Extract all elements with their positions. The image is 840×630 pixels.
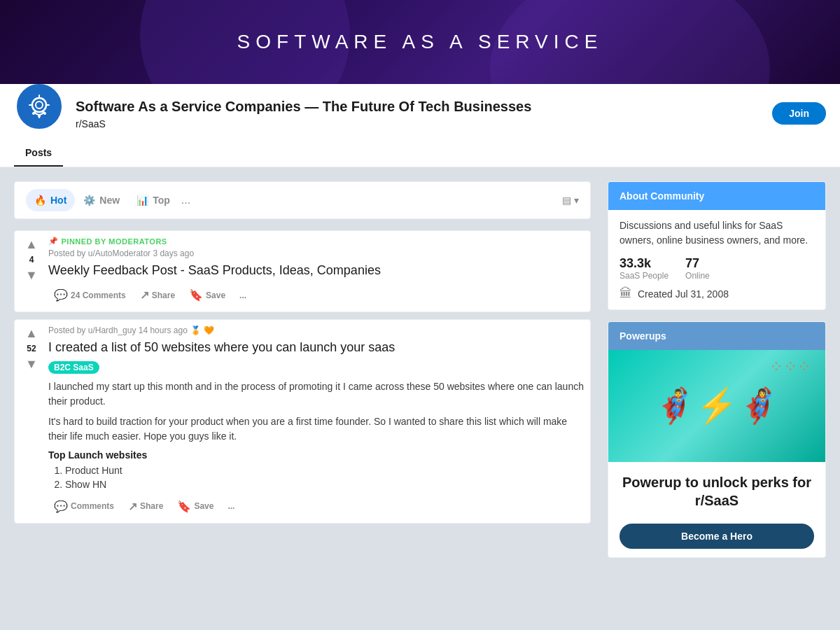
post-meta: Posted by u/AutoModerator 3 days ago — [48, 248, 584, 258]
main-post-title[interactable]: I created a list of 50 websites where yo… — [48, 340, 584, 356]
post-paragraph-2: It's hard to build traction for your pro… — [48, 414, 584, 444]
community-subreddit: r/SaaS — [76, 118, 772, 130]
sort-top-button[interactable]: 📊 Top — [128, 189, 178, 211]
vote-column: ▲ 4 ▼ — [20, 237, 43, 306]
tab-posts[interactable]: Posts — [14, 140, 63, 167]
created-row: 🏛 Created Jul 31, 2008 — [620, 286, 814, 301]
downvote-button[interactable]: ▼ — [24, 267, 39, 283]
powerup-title: Powerup to unlock perks for r/SaaS — [620, 473, 814, 510]
more-button[interactable]: ... — [234, 286, 252, 304]
sort-bar: 🔥 Hot ⚙️ New 📊 Top ... ▤ ▾ — [14, 181, 591, 219]
svg-point-6 — [32, 112, 35, 115]
main-more-button[interactable]: ... — [222, 497, 240, 515]
main-share-button[interactable]: ↗ Share — [122, 496, 169, 517]
main-post-card: ▲ 52 ▼ Posted by u/Hardh_guy 14 hours ag… — [14, 319, 591, 523]
main-post-meta: Posted by u/Hardh_guy 14 hours ago 🏅 🧡 — [48, 326, 584, 335]
members-label: SaaS People — [620, 271, 668, 281]
sort-new-button[interactable]: ⚙️ New — [75, 189, 128, 211]
share-icon: ↗ — [140, 288, 149, 302]
stats-row: 33.3k SaaS People 77 Online — [620, 256, 814, 281]
feed-column: 🔥 Hot ⚙️ New 📊 Top ... ▤ ▾ ▲ 4 ▼ — [14, 181, 591, 569]
main-post-body: Posted by u/Hardh_guy 14 hours ago 🏅 🧡 I… — [48, 326, 584, 517]
award-icon-2: 🧡 — [204, 326, 214, 335]
post-list-title: Top Launch websites — [48, 449, 584, 461]
comments-button[interactable]: 💬 24 Comments — [48, 284, 132, 306]
powerups-image: 🦸‍♂️⚡🦸‍♀️ ⁘⁘⁘ — [608, 350, 825, 462]
svg-point-0 — [32, 98, 46, 112]
nav-tabs: Posts — [14, 140, 826, 167]
about-community-header: About Community — [608, 182, 825, 210]
share-button[interactable]: ↗ Share — [134, 284, 181, 306]
save-icon: 🔖 — [189, 288, 203, 302]
online-label: Online — [685, 271, 710, 281]
post-body: 📌 PINNED BY MODERATORS Posted by u/AutoM… — [48, 237, 584, 306]
main-comments-icon: 💬 — [54, 500, 68, 513]
created-date: Created Jul 31, 2008 — [638, 288, 729, 300]
post-paragraph-1: I launched my start up this month and in… — [48, 379, 584, 409]
top-icon: 📊 — [136, 195, 148, 206]
post-list: Product Hunt Show HN — [65, 465, 584, 490]
award-icon-1: 🏅 — [190, 326, 201, 335]
community-header: Software As a Service Companies — The Fu… — [0, 84, 840, 167]
sort-more[interactable]: ... — [181, 194, 190, 206]
community-info: Software As a Service Companies — The Fu… — [76, 97, 772, 130]
members-count: 33.3k — [620, 256, 668, 271]
community-description: Discussions and useful links for SaaS ow… — [620, 218, 814, 248]
pinned-post-title[interactable]: Weekly Feedback Post - SaaS Products, Id… — [48, 262, 584, 279]
about-community-body: Discussions and useful links for SaaS ow… — [608, 210, 825, 309]
main-comments-button[interactable]: 💬 Comments — [48, 496, 120, 517]
svg-point-1 — [36, 102, 43, 108]
pinned-post-card: ▲ 4 ▼ 📌 PINNED BY MODERATORS Posted by u… — [14, 230, 591, 312]
pinned-badge: 📌 PINNED BY MODERATORS — [48, 237, 584, 246]
join-button[interactable]: Join — [772, 102, 826, 125]
online-count: 77 — [685, 256, 710, 271]
powerups-header: Powerups — [608, 322, 825, 350]
powerups-image-content: 🦸‍♂️⚡🦸‍♀️ — [654, 386, 780, 426]
hot-icon: 🔥 — [34, 195, 46, 206]
svg-point-8 — [38, 115, 41, 118]
main-post-actions: 💬 Comments ↗ Share 🔖 Save ... — [48, 496, 584, 517]
powerups-card: Powerups 🦸‍♂️⚡🦸‍♀️ ⁘⁘⁘ Powerup to unlock… — [608, 321, 826, 558]
banner: SOFTWARE AS A SERVICE — [0, 0, 840, 84]
post-flair: B2C SaaS — [48, 361, 99, 374]
online-stat: 77 Online — [685, 256, 710, 281]
list-item: Show HN — [65, 479, 584, 490]
powerup-characters: 🦸‍♂️⚡🦸‍♀️ — [654, 386, 780, 426]
post-vote-count: 52 — [27, 344, 36, 354]
post-downvote-button[interactable]: ▼ — [24, 356, 39, 372]
save-button[interactable]: 🔖 Save — [183, 284, 231, 306]
main-save-icon: 🔖 — [177, 500, 191, 513]
vote-count: 4 — [29, 255, 34, 265]
view-toggle[interactable]: ▤ ▾ — [562, 195, 579, 206]
main-share-icon: ↗ — [128, 500, 137, 513]
post-vote-column: ▲ 52 ▼ — [20, 326, 43, 517]
calendar-icon: 🏛 — [620, 286, 632, 301]
main-save-button[interactable]: 🔖 Save — [172, 496, 219, 517]
about-community-card: About Community Discussions and useful l… — [608, 181, 826, 310]
sidebar: About Community Discussions and useful l… — [608, 181, 826, 569]
community-title: Software As a Service Companies — The Fu… — [76, 97, 772, 115]
svg-point-7 — [43, 112, 46, 115]
community-avatar — [14, 81, 64, 132]
become-hero-button[interactable]: Become a Hero — [620, 524, 814, 549]
post-actions: 💬 24 Comments ↗ Share 🔖 Save ... — [48, 284, 584, 306]
view-icon: ▤ ▾ — [562, 195, 579, 206]
comments-icon: 💬 — [54, 288, 68, 302]
powerup-title-wrap: Powerup to unlock perks for r/SaaS — [608, 462, 825, 515]
banner-title: SOFTWARE AS A SERVICE — [237, 31, 603, 53]
upvote-button[interactable]: ▲ — [24, 237, 39, 252]
sort-hot-button[interactable]: 🔥 Hot — [26, 189, 75, 211]
post-upvote-button[interactable]: ▲ — [24, 326, 39, 341]
pin-icon: 📌 — [48, 237, 59, 246]
members-stat: 33.3k SaaS People — [620, 256, 668, 281]
list-item: Product Hunt — [65, 465, 584, 476]
main-content: 🔥 Hot ⚙️ New 📊 Top ... ▤ ▾ ▲ 4 ▼ — [0, 181, 840, 569]
new-icon: ⚙️ — [83, 195, 95, 206]
dots-decoration: ⁘⁘⁘ — [769, 357, 811, 377]
